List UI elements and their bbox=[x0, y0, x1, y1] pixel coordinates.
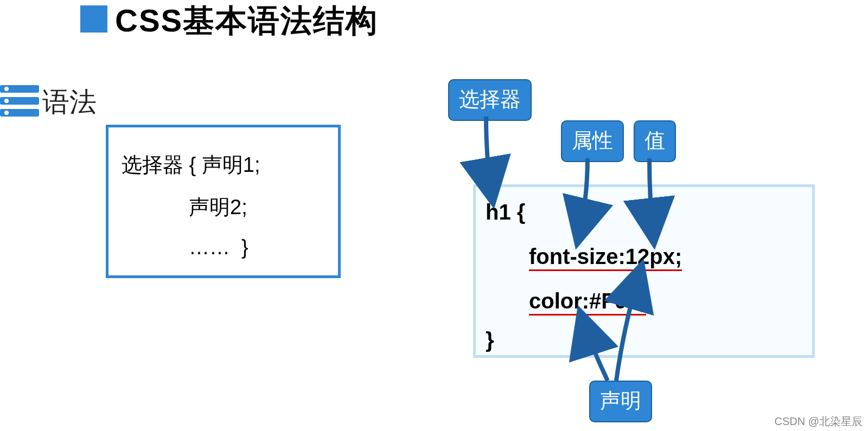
example-code-box: h1 { font-size:12px; color:#F00; } bbox=[473, 184, 815, 358]
callout-declaration: 声明 bbox=[589, 381, 652, 422]
callout-property: 属性 bbox=[561, 120, 624, 162]
example-line-3: color:#F00; bbox=[529, 289, 646, 313]
slide-title: CSS基本语法结构 bbox=[115, 0, 378, 42]
watermark-text: CSDN @北染星辰 bbox=[774, 414, 863, 429]
section-heading-syntax: 语法 bbox=[42, 84, 97, 120]
syntax-line-3: …… } bbox=[189, 236, 248, 259]
syntax-line-1: 选择器 { 声明1; bbox=[122, 151, 260, 179]
slide: CSS基本语法结构 语法 选择器 { 声明1; 声明2; …… } h1 { f… bbox=[0, 0, 868, 431]
callout-value: 值 bbox=[634, 120, 676, 162]
syntax-template-box: 选择器 { 声明1; 声明2; …… } bbox=[106, 125, 341, 278]
example-line-4: } bbox=[486, 328, 494, 352]
title-bullet-icon bbox=[80, 5, 107, 33]
callout-selector: 选择器 bbox=[448, 79, 532, 121]
section-bars-icon bbox=[0, 85, 39, 119]
example-line-2: font-size:12px; bbox=[529, 245, 682, 269]
example-line-1: h1 { bbox=[486, 200, 525, 224]
syntax-line-2: 声明2; bbox=[189, 194, 247, 221]
